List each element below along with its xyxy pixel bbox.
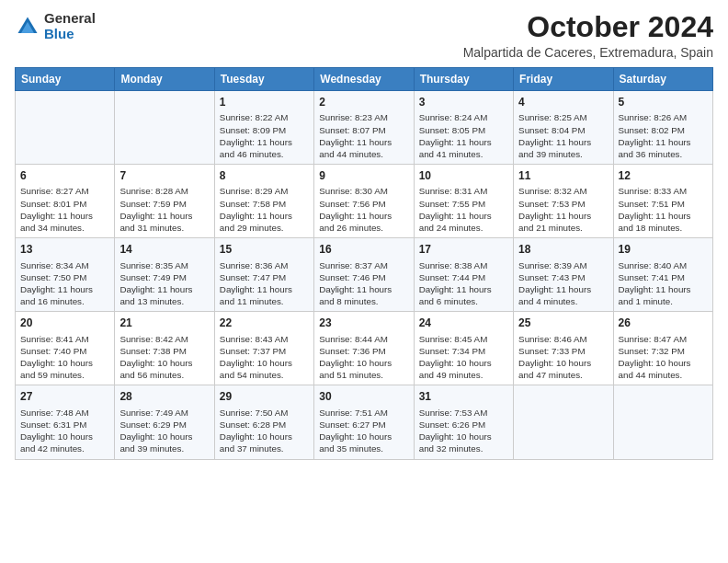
day-info: Sunrise: 8:43 AMSunset: 7:37 PMDaylight:… <box>220 333 309 382</box>
header-tuesday: Tuesday <box>214 68 313 91</box>
calendar-cell: 23Sunrise: 8:44 AMSunset: 7:36 PMDayligh… <box>314 312 414 385</box>
day-number: 8 <box>220 168 309 183</box>
calendar-cell: 19Sunrise: 8:40 AMSunset: 7:41 PMDayligh… <box>613 238 712 312</box>
day-info: Sunrise: 8:45 AMSunset: 7:34 PMDaylight:… <box>419 333 508 382</box>
week-row-3: 13Sunrise: 8:34 AMSunset: 7:50 PMDayligh… <box>16 238 713 312</box>
calendar-cell: 26Sunrise: 8:47 AMSunset: 7:32 PMDayligh… <box>613 312 712 385</box>
day-info: Sunrise: 8:31 AMSunset: 7:55 PMDaylight:… <box>419 185 508 234</box>
week-row-1: 1Sunrise: 8:22 AMSunset: 8:09 PMDaylight… <box>16 91 713 165</box>
title-block: October 2024 Malpartida de Caceres, Extr… <box>463 11 713 60</box>
header-friday: Friday <box>514 68 613 91</box>
header-thursday: Thursday <box>414 68 513 91</box>
day-number: 21 <box>119 316 209 330</box>
day-number: 3 <box>419 95 508 109</box>
calendar-cell: 31Sunrise: 7:53 AMSunset: 6:26 PMDayligh… <box>414 385 513 459</box>
day-info: Sunrise: 8:27 AMSunset: 8:01 PMDaylight:… <box>20 185 109 234</box>
calendar-cell: 18Sunrise: 8:39 AMSunset: 7:43 PMDayligh… <box>514 238 613 312</box>
day-number: 23 <box>319 316 408 330</box>
day-info: Sunrise: 8:36 AMSunset: 7:47 PMDaylight:… <box>220 259 309 308</box>
day-number: 14 <box>119 242 209 257</box>
day-number: 17 <box>419 242 508 257</box>
calendar-cell: 15Sunrise: 8:36 AMSunset: 7:47 PMDayligh… <box>214 238 313 312</box>
calendar-cell: 3Sunrise: 8:24 AMSunset: 8:05 PMDaylight… <box>414 91 513 165</box>
calendar-header: Sunday Monday Tuesday Wednesday Thursday… <box>16 68 713 91</box>
day-info: Sunrise: 8:25 AMSunset: 8:04 PMDaylight:… <box>518 111 608 160</box>
logo-text: General Blue <box>44 11 96 41</box>
calendar-cell: 10Sunrise: 8:31 AMSunset: 7:55 PMDayligh… <box>414 165 513 238</box>
day-number: 19 <box>619 242 708 257</box>
day-number: 9 <box>319 168 408 183</box>
day-number: 5 <box>619 95 708 109</box>
day-number: 28 <box>119 389 209 404</box>
header-row: Sunday Monday Tuesday Wednesday Thursday… <box>16 68 713 91</box>
calendar-cell: 16Sunrise: 8:37 AMSunset: 7:46 PMDayligh… <box>314 238 414 312</box>
day-info: Sunrise: 8:40 AMSunset: 7:41 PMDaylight:… <box>619 259 708 308</box>
calendar-cell: 22Sunrise: 8:43 AMSunset: 7:37 PMDayligh… <box>214 312 313 385</box>
day-number: 26 <box>619 316 708 330</box>
day-number: 24 <box>419 316 508 330</box>
subtitle: Malpartida de Caceres, Extremadura, Spai… <box>463 45 713 60</box>
calendar-cell: 11Sunrise: 8:32 AMSunset: 7:53 PMDayligh… <box>514 165 613 238</box>
calendar-table: Sunday Monday Tuesday Wednesday Thursday… <box>15 67 713 459</box>
day-info: Sunrise: 8:28 AMSunset: 7:59 PMDaylight:… <box>119 185 209 234</box>
calendar-cell: 8Sunrise: 8:29 AMSunset: 7:58 PMDaylight… <box>214 165 313 238</box>
day-info: Sunrise: 8:26 AMSunset: 8:02 PMDaylight:… <box>619 111 708 160</box>
week-row-5: 27Sunrise: 7:48 AMSunset: 6:31 PMDayligh… <box>16 385 713 459</box>
day-info: Sunrise: 8:29 AMSunset: 7:58 PMDaylight:… <box>220 185 309 234</box>
header: General Blue October 2024 Malpartida de … <box>15 11 713 60</box>
calendar-cell: 1Sunrise: 8:22 AMSunset: 8:09 PMDaylight… <box>214 91 313 165</box>
logo-general: General <box>44 11 96 27</box>
day-info: Sunrise: 8:37 AMSunset: 7:46 PMDaylight:… <box>319 259 408 308</box>
header-saturday: Saturday <box>613 68 712 91</box>
day-number: 12 <box>619 168 708 183</box>
calendar-cell: 5Sunrise: 8:26 AMSunset: 8:02 PMDaylight… <box>613 91 712 165</box>
week-row-2: 6Sunrise: 8:27 AMSunset: 8:01 PMDaylight… <box>16 165 713 238</box>
day-info: Sunrise: 8:33 AMSunset: 7:51 PMDaylight:… <box>619 185 708 234</box>
calendar-cell: 12Sunrise: 8:33 AMSunset: 7:51 PMDayligh… <box>613 165 712 238</box>
day-info: Sunrise: 7:50 AMSunset: 6:28 PMDaylight:… <box>220 407 309 455</box>
day-number: 1 <box>220 95 309 109</box>
main-title: October 2024 <box>463 11 713 43</box>
day-info: Sunrise: 8:23 AMSunset: 8:07 PMDaylight:… <box>319 111 408 160</box>
day-number: 20 <box>20 316 109 330</box>
day-number: 7 <box>119 168 209 183</box>
day-info: Sunrise: 8:41 AMSunset: 7:40 PMDaylight:… <box>20 333 109 382</box>
header-sunday: Sunday <box>16 68 115 91</box>
day-number: 13 <box>20 242 109 257</box>
day-number: 31 <box>419 389 508 404</box>
day-info: Sunrise: 8:22 AMSunset: 8:09 PMDaylight:… <box>220 111 309 160</box>
day-number: 4 <box>518 95 608 109</box>
day-info: Sunrise: 8:42 AMSunset: 7:38 PMDaylight:… <box>119 333 209 382</box>
calendar-cell <box>613 385 712 459</box>
day-info: Sunrise: 7:49 AMSunset: 6:29 PMDaylight:… <box>119 407 209 455</box>
calendar-cell <box>16 91 115 165</box>
day-number: 6 <box>20 168 109 183</box>
day-info: Sunrise: 7:48 AMSunset: 6:31 PMDaylight:… <box>20 407 109 455</box>
day-number: 15 <box>220 242 309 257</box>
day-number: 2 <box>319 95 408 109</box>
day-info: Sunrise: 8:34 AMSunset: 7:50 PMDaylight:… <box>20 259 109 308</box>
day-info: Sunrise: 8:44 AMSunset: 7:36 PMDaylight:… <box>319 333 408 382</box>
day-number: 18 <box>518 242 608 257</box>
calendar-cell: 4Sunrise: 8:25 AMSunset: 8:04 PMDaylight… <box>514 91 613 165</box>
logo-icon <box>15 14 40 40</box>
calendar-cell: 2Sunrise: 8:23 AMSunset: 8:07 PMDaylight… <box>314 91 414 165</box>
calendar-cell <box>514 385 613 459</box>
day-number: 30 <box>319 389 408 404</box>
calendar-body: 1Sunrise: 8:22 AMSunset: 8:09 PMDaylight… <box>16 91 713 459</box>
day-info: Sunrise: 8:38 AMSunset: 7:44 PMDaylight:… <box>419 259 508 308</box>
day-info: Sunrise: 7:53 AMSunset: 6:26 PMDaylight:… <box>419 407 508 455</box>
calendar-cell: 7Sunrise: 8:28 AMSunset: 7:59 PMDaylight… <box>115 165 214 238</box>
calendar-cell: 25Sunrise: 8:46 AMSunset: 7:33 PMDayligh… <box>514 312 613 385</box>
header-monday: Monday <box>115 68 214 91</box>
calendar-cell: 28Sunrise: 7:49 AMSunset: 6:29 PMDayligh… <box>115 385 214 459</box>
day-info: Sunrise: 8:24 AMSunset: 8:05 PMDaylight:… <box>419 111 508 160</box>
calendar-cell: 24Sunrise: 8:45 AMSunset: 7:34 PMDayligh… <box>414 312 513 385</box>
day-info: Sunrise: 8:46 AMSunset: 7:33 PMDaylight:… <box>518 333 608 382</box>
calendar-cell: 20Sunrise: 8:41 AMSunset: 7:40 PMDayligh… <box>16 312 115 385</box>
header-wednesday: Wednesday <box>314 68 414 91</box>
calendar-cell: 6Sunrise: 8:27 AMSunset: 8:01 PMDaylight… <box>16 165 115 238</box>
calendar-cell: 9Sunrise: 8:30 AMSunset: 7:56 PMDaylight… <box>314 165 414 238</box>
logo-blue: Blue <box>44 27 96 42</box>
day-number: 11 <box>518 168 608 183</box>
